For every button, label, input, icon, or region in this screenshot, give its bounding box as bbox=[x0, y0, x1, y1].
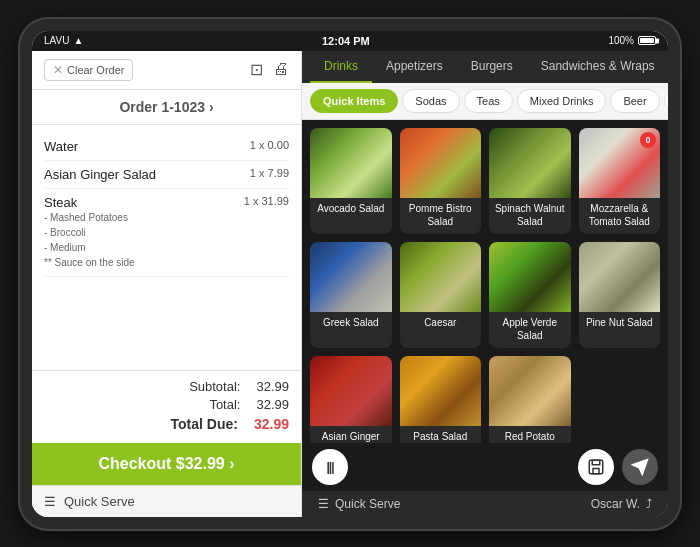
category-tab-sandwiches[interactable]: Sandwiches & Wraps bbox=[527, 51, 668, 83]
quick-serve-label: Quick Serve bbox=[64, 494, 135, 509]
menu-item-apple-verde[interactable]: Apple Verde Salad bbox=[489, 242, 571, 348]
menu-item-pine-nut[interactable]: Pine Nut Salad bbox=[579, 242, 661, 348]
category-tab-drinks[interactable]: Drinks bbox=[310, 51, 372, 83]
order-item-details: Asian Ginger Salad bbox=[44, 167, 156, 182]
sub-tab-wine[interactable]: Wine bbox=[664, 89, 668, 113]
checkout-button[interactable]: Checkout $32.99 › bbox=[32, 443, 301, 485]
order-item: Steak - Mashed Potatoes- Broccoli- Mediu… bbox=[44, 189, 289, 277]
total-row: Total: 32.99 bbox=[44, 397, 289, 412]
menu-panel: Drinks Appetizers Burgers Sandwiches & W… bbox=[302, 51, 668, 517]
header-icons: ⊡ 🖨 bbox=[250, 60, 289, 79]
sub-tabs: Quick Items Sodas Teas Mixed Drinks Beer… bbox=[302, 83, 668, 120]
battery-fill bbox=[640, 38, 654, 43]
menu-item-spinach-walnut[interactable]: Spinach Walnut Salad bbox=[489, 128, 571, 234]
save-button[interactable] bbox=[578, 449, 614, 485]
barcode-button[interactable]: ||| bbox=[312, 449, 348, 485]
clear-order-button[interactable]: ✕ Clear Order bbox=[44, 59, 133, 81]
menu-item-pasta-salad[interactable]: Pasta Salad bbox=[400, 356, 482, 443]
battery-percent: 100% bbox=[608, 35, 634, 46]
sub-tab-beer[interactable]: Beer bbox=[610, 89, 659, 113]
menu-item-label: Asian Ginger Salad bbox=[310, 426, 392, 443]
menu-item-avocado-salad[interactable]: Avocado Salad bbox=[310, 128, 392, 234]
menu-item-label: Red Potato Salad bbox=[489, 426, 571, 443]
menu-item-caesar[interactable]: Caesar bbox=[400, 242, 482, 348]
item-name: Water bbox=[44, 139, 78, 154]
menu-item-label: Spinach Walnut Salad bbox=[489, 198, 571, 234]
item-qty-price: 1 x 7.99 bbox=[250, 167, 289, 179]
menu-hamburger-icon[interactable]: ☰ bbox=[44, 494, 56, 509]
svg-rect-2 bbox=[593, 468, 599, 473]
order-title-suffix: › bbox=[205, 99, 214, 115]
send-button[interactable] bbox=[622, 449, 658, 485]
time-display: 12:04 PM bbox=[322, 35, 370, 47]
menu-item-mozzarella[interactable]: 0 Mozzarella & Tomato Salad bbox=[579, 128, 661, 234]
order-item: Asian Ginger Salad 1 x 7.99 bbox=[44, 161, 289, 189]
food-image bbox=[400, 242, 482, 312]
order-item-details: Water bbox=[44, 139, 78, 154]
food-image bbox=[579, 242, 661, 312]
item-badge: 0 bbox=[640, 132, 656, 148]
sub-tab-quick-items[interactable]: Quick Items bbox=[310, 89, 398, 113]
carrier-label: LAVU bbox=[44, 35, 69, 46]
app-bottom-right: Oscar W. ⤴ bbox=[591, 497, 652, 511]
svg-rect-0 bbox=[589, 460, 603, 474]
status-bar: LAVU ▲ 12:04 PM 100% bbox=[32, 31, 668, 51]
sub-tab-sodas[interactable]: Sodas bbox=[402, 89, 459, 113]
food-image bbox=[489, 356, 571, 426]
food-image bbox=[400, 128, 482, 198]
menu-bottom-right bbox=[578, 449, 658, 485]
total-label: Total: bbox=[209, 397, 240, 412]
item-qty-price: 1 x 31.99 bbox=[244, 195, 289, 207]
total-due-row: Total Due: 32.99 bbox=[44, 416, 289, 432]
menu-item-label: Pine Nut Salad bbox=[579, 312, 661, 335]
sub-tab-teas[interactable]: Teas bbox=[464, 89, 513, 113]
food-image bbox=[489, 128, 571, 198]
menu-item-label: Mozzarella & Tomato Salad bbox=[579, 198, 661, 234]
order-item: Water 1 x 0.00 bbox=[44, 133, 289, 161]
wifi-icon: ▲ bbox=[73, 35, 83, 46]
food-image bbox=[400, 356, 482, 426]
total-due-label: Total Due: bbox=[171, 416, 238, 432]
menu-item-pomme-bistro[interactable]: Pomme Bistro Salad bbox=[400, 128, 482, 234]
menu-bottom-bar: ||| bbox=[302, 443, 668, 491]
order-items-list: Water 1 x 0.00 Asian Ginger Salad 1 x 7.… bbox=[32, 125, 301, 370]
category-tab-burgers[interactable]: Burgers bbox=[457, 51, 527, 83]
order-panel: ✕ Clear Order ⊡ 🖨 Order 1-1023 › Water bbox=[32, 51, 302, 517]
bottom-menu-icon[interactable]: ☰ bbox=[318, 497, 329, 511]
status-right: 100% bbox=[608, 35, 656, 46]
menu-item-label: Caesar bbox=[400, 312, 482, 335]
print-icon[interactable]: 🖨 bbox=[273, 60, 289, 79]
subtotal-value: 32.99 bbox=[256, 379, 289, 394]
item-name: Steak bbox=[44, 195, 135, 210]
main-content: ✕ Clear Order ⊡ 🖨 Order 1-1023 › Water bbox=[32, 51, 668, 517]
total-due-value: 32.99 bbox=[254, 416, 289, 432]
menu-item-red-potato[interactable]: Red Potato Salad bbox=[489, 356, 571, 443]
order-header: ✕ Clear Order ⊡ 🖨 bbox=[32, 51, 301, 90]
order-title-text: Order 1-1023 bbox=[119, 99, 205, 115]
item-qty-price: 1 x 0.00 bbox=[250, 139, 289, 151]
item-name: Asian Ginger Salad bbox=[44, 167, 156, 182]
receipt-icon[interactable]: ⊡ bbox=[250, 60, 263, 79]
clear-order-label: Clear Order bbox=[67, 64, 124, 76]
menu-grid-container: Avocado Salad Pomme Bistro Salad Spinach… bbox=[302, 120, 668, 443]
total-value: 32.99 bbox=[256, 397, 289, 412]
order-totals: Subtotal: 32.99 Total: 32.99 Total Due: … bbox=[32, 370, 301, 443]
food-image bbox=[310, 356, 392, 426]
menu-item-label: Apple Verde Salad bbox=[489, 312, 571, 348]
battery-icon bbox=[638, 36, 656, 45]
subtotal-label: Subtotal: bbox=[189, 379, 240, 394]
sub-tab-mixed-drinks[interactable]: Mixed Drinks bbox=[517, 89, 607, 113]
app-bottom-bar: ☰ Quick Serve Oscar W. ⤴ bbox=[302, 491, 668, 517]
menu-item-label: Greek Salad bbox=[310, 312, 392, 335]
logout-icon[interactable]: ⤴ bbox=[646, 497, 652, 511]
menu-item-greek-salad[interactable]: Greek Salad bbox=[310, 242, 392, 348]
app-bottom-left: ☰ Quick Serve bbox=[318, 497, 400, 511]
bottom-bar-left: ☰ Quick Serve bbox=[32, 485, 301, 517]
category-tab-appetizers[interactable]: Appetizers bbox=[372, 51, 457, 83]
status-left: LAVU ▲ bbox=[44, 35, 83, 46]
restaurant-mode-label: Quick Serve bbox=[335, 497, 400, 511]
order-title: Order 1-1023 › bbox=[32, 90, 301, 125]
menu-item-asian-ginger[interactable]: Asian Ginger Salad bbox=[310, 356, 392, 443]
category-tabs: Drinks Appetizers Burgers Sandwiches & W… bbox=[302, 51, 668, 83]
menu-grid: Avocado Salad Pomme Bistro Salad Spinach… bbox=[310, 128, 660, 443]
